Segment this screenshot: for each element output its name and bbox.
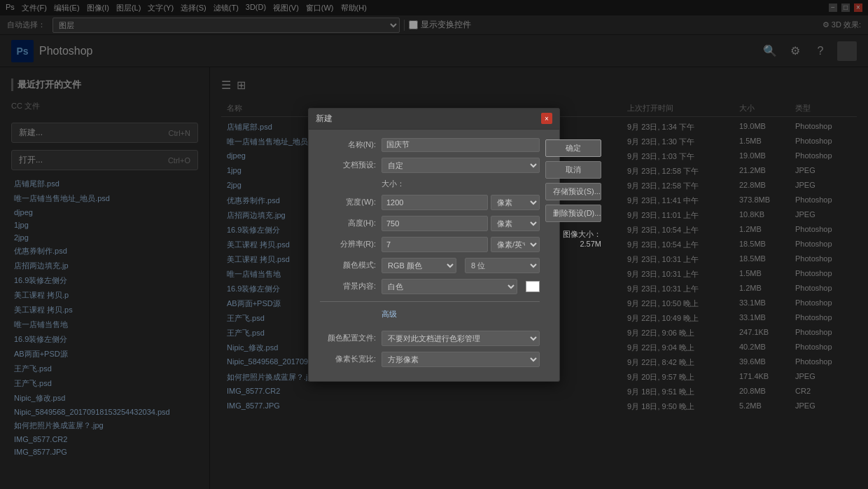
width-input-group: 像素 英寸 厘米 bbox=[382, 195, 540, 210]
bg-color-swatch[interactable] bbox=[526, 281, 540, 292]
modal-overlay: 新建 × 名称(N): 文档预设: 自定 bbox=[0, 0, 868, 489]
width-input[interactable] bbox=[382, 195, 488, 210]
pixel-ratio-row: 像素长宽比: 方形像素 bbox=[320, 352, 540, 367]
resolution-input[interactable] bbox=[382, 237, 488, 252]
preset-row: 文档预设: 自定 bbox=[320, 158, 540, 173]
height-input[interactable] bbox=[382, 216, 488, 231]
color-depth-select[interactable]: 8 位 bbox=[465, 258, 540, 273]
pixel-ratio-select[interactable]: 方形像素 bbox=[382, 352, 540, 367]
modal-title: 新建 bbox=[316, 113, 332, 125]
doc-size-value: 2.57M bbox=[545, 240, 601, 248]
modal-close-button[interactable]: × bbox=[541, 113, 552, 124]
modal-body: 名称(N): 文档预设: 自定 大小： 宽度(W): bbox=[309, 130, 559, 381]
height-row: 高度(H): 像素 bbox=[320, 216, 540, 231]
modal-layout: 名称(N): 文档预设: 自定 大小： 宽度(W): bbox=[320, 138, 548, 373]
width-unit-select[interactable]: 像素 英寸 厘米 bbox=[491, 195, 540, 210]
name-input[interactable] bbox=[382, 138, 540, 152]
bg-content-select[interactable]: 白色 bbox=[382, 279, 517, 294]
resolution-row: 分辨率(R): 像素/英寸 bbox=[320, 237, 540, 252]
color-profile-row: 颜色配置文件: 不要对此文档进行色彩管理 bbox=[320, 331, 540, 346]
ok-button[interactable]: 确定 bbox=[545, 139, 601, 157]
color-profile-label: 颜色配置文件: bbox=[320, 333, 376, 343]
width-label: 宽度(W): bbox=[320, 197, 376, 207]
resolution-unit-select[interactable]: 像素/英寸 bbox=[491, 237, 540, 252]
color-mode-select[interactable]: RGB 颜色 bbox=[382, 258, 456, 273]
modal-header: 新建 × bbox=[309, 109, 559, 130]
height-label: 高度(H): bbox=[320, 218, 376, 228]
color-mode-row: 颜色模式: RGB 颜色 8 位 bbox=[320, 258, 540, 273]
height-unit-select[interactable]: 像素 bbox=[491, 216, 540, 231]
advanced-row: 高级 bbox=[320, 309, 540, 325]
resolution-input-group: 像素/英寸 bbox=[382, 237, 540, 252]
color-profile-select[interactable]: 不要对此文档进行色彩管理 bbox=[382, 331, 540, 346]
save-preset-button[interactable]: 存储预设(S)... bbox=[545, 183, 601, 200]
new-document-dialog: 新建 × 名称(N): 文档预设: 自定 bbox=[308, 108, 560, 382]
doc-size-badge: 图像大小： 2.57M bbox=[545, 226, 601, 248]
advanced-toggle[interactable]: 高级 bbox=[382, 309, 397, 319]
width-row: 宽度(W): 像素 英寸 厘米 bbox=[320, 195, 540, 210]
modal-buttons: 确定 取消 存储预设(S)... 删除预设(D)... 图像大小： 2.57M bbox=[545, 138, 601, 248]
modal-form: 名称(N): 文档预设: 自定 大小： 宽度(W): bbox=[320, 138, 540, 373]
preset-label: 文档预设: bbox=[320, 160, 376, 170]
height-input-group: 像素 bbox=[382, 216, 540, 231]
delete-preset-button[interactable]: 删除预设(D)... bbox=[545, 205, 601, 222]
name-label: 名称(N): bbox=[320, 139, 376, 150]
name-row: 名称(N): bbox=[320, 138, 540, 152]
cancel-button[interactable]: 取消 bbox=[545, 161, 601, 179]
color-mode-label: 颜色模式: bbox=[320, 260, 376, 270]
resolution-label: 分辨率(R): bbox=[320, 239, 376, 249]
pixel-ratio-label: 像素长宽比: bbox=[320, 354, 376, 364]
divider bbox=[320, 301, 540, 302]
bg-content-label: 背景内容: bbox=[320, 281, 376, 291]
doc-size-label: 图像大小： bbox=[545, 229, 601, 240]
size-section-label: 大小： bbox=[382, 179, 540, 189]
bg-content-row: 背景内容: 白色 bbox=[320, 279, 540, 294]
preset-select[interactable]: 自定 bbox=[382, 158, 540, 173]
